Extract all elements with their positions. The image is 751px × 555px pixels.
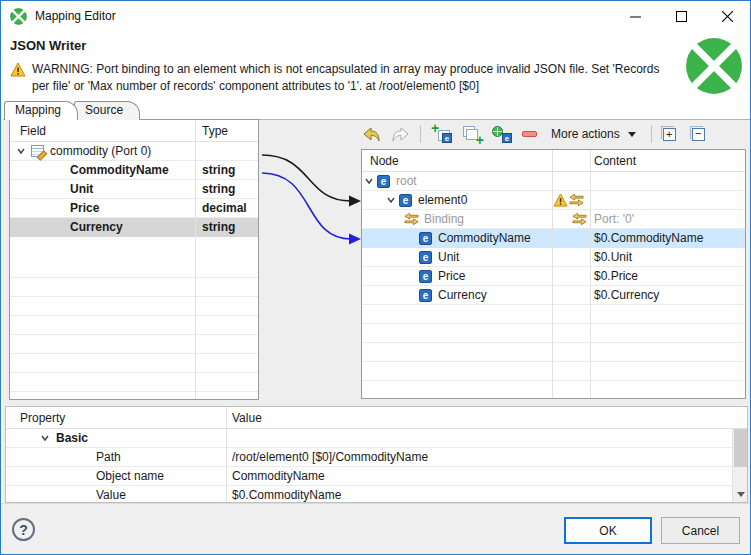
field-row-price[interactable]: Price decimal bbox=[10, 199, 258, 218]
element-icon bbox=[419, 251, 432, 264]
node-row-commodityname-selected[interactable]: CommodityName $0.CommodityName bbox=[362, 229, 745, 248]
scrollbar-thumb[interactable] bbox=[734, 423, 747, 467]
tab-mapping[interactable]: Mapping bbox=[4, 101, 78, 120]
chevron-down-icon[interactable] bbox=[16, 146, 26, 156]
binding-content: Port: '0' bbox=[594, 212, 634, 226]
warning-icon bbox=[553, 193, 568, 207]
node-table-header: Node Content bbox=[362, 150, 745, 172]
add-wildcard-element-button[interactable] bbox=[490, 123, 514, 145]
remove-icon bbox=[522, 131, 537, 137]
dialog-header: JSON Writer WARNING: Port binding to an … bbox=[1, 31, 750, 101]
node-row-currency[interactable]: Currency $0.Currency bbox=[362, 286, 745, 305]
binding-icon bbox=[404, 212, 419, 226]
ok-button[interactable]: OK bbox=[564, 517, 652, 544]
mapping-editor-dialog: Mapping Editor JSON Writer WARNING: Port… bbox=[0, 0, 751, 555]
remove-button[interactable] bbox=[520, 123, 539, 145]
help-button[interactable] bbox=[12, 518, 35, 541]
element-icon bbox=[419, 232, 432, 245]
add-element-icon bbox=[432, 125, 452, 143]
output-tree-table: Node Content root element0 bbox=[361, 149, 746, 399]
minimize-icon bbox=[630, 11, 641, 22]
field-row-commodityname[interactable]: CommodityName string bbox=[10, 161, 258, 180]
empty-grid-rows bbox=[362, 305, 745, 398]
clover-logo bbox=[685, 37, 743, 95]
element-icon bbox=[419, 270, 432, 283]
field-row-unit[interactable]: Unit string bbox=[10, 180, 258, 199]
property-panel: Property Value Basic Path /root/element0… bbox=[5, 406, 748, 503]
node-toolbar: More actions bbox=[361, 121, 746, 147]
toolbar-separator bbox=[651, 125, 652, 143]
warning-icon bbox=[10, 62, 26, 77]
scroll-down-icon bbox=[737, 492, 745, 497]
property-header: Property Value bbox=[6, 407, 747, 429]
chevron-down-icon bbox=[628, 132, 636, 137]
add-attribute-icon bbox=[462, 125, 482, 143]
undo-button[interactable] bbox=[361, 123, 383, 145]
binding-icon bbox=[572, 212, 587, 226]
close-button[interactable] bbox=[704, 1, 750, 31]
port-record-row[interactable]: commodity (Port 0) bbox=[10, 142, 258, 161]
collapse-all-icon bbox=[692, 128, 705, 141]
record-icon bbox=[31, 145, 44, 157]
clover-app-icon bbox=[10, 8, 27, 25]
column-value: Value bbox=[232, 411, 262, 425]
property-row-value[interactable]: Value $0.CommodityName bbox=[6, 486, 747, 503]
add-attribute-button[interactable] bbox=[460, 123, 484, 145]
wildcard-element-icon bbox=[492, 125, 512, 143]
expand-all-button[interactable] bbox=[661, 123, 678, 145]
more-actions-button[interactable]: More actions bbox=[545, 123, 642, 145]
property-row-object-name[interactable]: Object name CommodityName bbox=[6, 467, 747, 486]
fields-table-header: Field Type bbox=[10, 120, 258, 142]
element-icon bbox=[419, 289, 432, 302]
toolbar-separator bbox=[420, 125, 421, 143]
maximize-icon bbox=[676, 11, 687, 22]
column-field: Field bbox=[20, 124, 46, 138]
column-property: Property bbox=[20, 411, 65, 425]
column-node: Node bbox=[370, 154, 399, 168]
node-row-unit[interactable]: Unit $0.Unit bbox=[362, 248, 745, 267]
collapse-all-button[interactable] bbox=[690, 123, 707, 145]
field-row-currency-selected[interactable]: Currency string bbox=[10, 218, 258, 237]
element-icon bbox=[399, 194, 412, 207]
maximize-button[interactable] bbox=[658, 1, 704, 31]
chevron-down-icon[interactable] bbox=[386, 195, 396, 205]
window-title: Mapping Editor bbox=[35, 9, 116, 23]
chevron-down-icon[interactable] bbox=[364, 176, 374, 186]
property-row-path[interactable]: Path /root/element0 [$0]/CommodityName bbox=[6, 448, 747, 467]
chevron-down-icon[interactable] bbox=[40, 433, 50, 443]
node-row-binding[interactable]: Binding Port: '0' bbox=[362, 210, 745, 229]
input-fields-table: Field Type commodity (Port 0) CommodityN… bbox=[9, 119, 259, 400]
warning-message: WARNING: Port binding to an element whic… bbox=[32, 61, 678, 95]
binding-icon bbox=[569, 193, 584, 207]
tab-strip: Mapping Source bbox=[4, 101, 136, 120]
cancel-button[interactable]: Cancel bbox=[661, 517, 740, 544]
column-type: Type bbox=[202, 124, 228, 138]
close-icon bbox=[722, 11, 733, 22]
node-row-price[interactable]: Price $0.Price bbox=[362, 267, 745, 286]
property-group-basic[interactable]: Basic bbox=[6, 429, 747, 448]
undo-icon bbox=[363, 127, 381, 142]
column-content: Content bbox=[594, 154, 636, 168]
minimize-button[interactable] bbox=[612, 1, 658, 31]
node-row-element0[interactable]: element0 bbox=[362, 191, 745, 210]
expand-all-icon bbox=[663, 128, 676, 141]
node-row-root[interactable]: root bbox=[362, 172, 745, 191]
tab-source[interactable]: Source bbox=[74, 101, 140, 120]
more-actions-label: More actions bbox=[551, 127, 620, 141]
title-bar[interactable]: Mapping Editor bbox=[1, 1, 750, 31]
scroll-down-button[interactable] bbox=[733, 487, 748, 502]
redo-icon bbox=[391, 127, 409, 142]
add-element-button[interactable] bbox=[430, 123, 454, 145]
port-record-label: commodity (Port 0) bbox=[50, 144, 151, 158]
empty-grid-rows bbox=[10, 259, 258, 399]
page-title: JSON Writer bbox=[10, 38, 86, 53]
redo-button[interactable] bbox=[389, 123, 411, 145]
element-icon bbox=[377, 175, 390, 188]
